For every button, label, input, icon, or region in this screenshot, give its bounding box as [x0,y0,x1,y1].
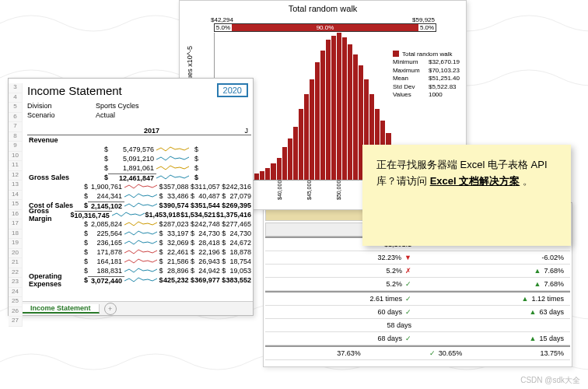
kpi-row: 60 days ✓▲ 63 days [265,306,570,319]
bar [282,147,287,180]
legend-stat: Minimum$32,670.19 [393,58,460,66]
legend-name: Total random walk [402,51,452,58]
row-number: 14 [9,191,23,201]
scenario-value: Actual [96,111,115,119]
tab-income-statement[interactable]: Income Statement [23,304,100,314]
kpi-row: 58 days [265,319,570,332]
kpi-row: 5.2% ✗▲ 7.68% [265,265,570,278]
chart-percentile-bar: 5.0% 90.0% 5.0% [214,23,436,31]
data-row[interactable]: $244,341$33,486$40,487$27,079 [27,191,251,201]
bar [337,33,341,180]
x-tick: $40,000 [277,192,282,200]
data-row[interactable]: $236,165$32,069$28,418$24,672 [27,238,251,247]
seg-right: 5.0% [418,23,436,32]
row-number: 18 [9,230,23,240]
bar [315,62,320,180]
division-value: Sports Cycles [96,102,139,110]
data-row[interactable]: $5,479,576$ [27,145,251,154]
row-number: 11 [9,161,23,171]
row-number: 27 [9,317,23,327]
row-number: 4 [9,93,23,103]
row-number: 12 [9,171,23,181]
bar [260,171,264,180]
watermark: CSDN @sdk大全 [520,375,580,386]
seg-mid: 90.0% [232,23,418,32]
row-number: 5 [9,103,23,113]
data-row[interactable]: $1,891,061$ [27,163,251,173]
bar [320,51,325,180]
bar [342,37,347,180]
legend-swatch [393,51,399,57]
total-row[interactable]: Gross Sales$12,461,847$ [27,173,251,182]
bar [293,127,298,180]
sticky-text-post: 。 [523,175,533,187]
chart-title: Total random walk [180,1,466,16]
bar [304,94,309,180]
bar [326,40,331,180]
row-headers: 3456789101112131415161718192021222324252… [9,83,23,327]
kpi-row: 2.61 times ✓▲ 1.12 times [265,293,570,306]
legend-stat: Std Dev$5,522.83 [393,83,460,91]
add-sheet-button[interactable]: + [104,303,117,315]
row-number: 20 [9,249,23,259]
row-number: 13 [9,180,23,191]
data-row[interactable]: $1,900,761$357,088$311,057$242,316 [27,182,251,191]
bar [288,138,292,180]
row-number: 15 [9,200,23,210]
year-selector[interactable]: 2020 [217,83,248,97]
data-row[interactable]: $171,878$22,461$22,196$18,878 [27,247,251,257]
sheet-title: Income Statement [27,84,122,97]
bar [331,36,336,180]
bar [299,109,303,180]
row-number: 16 [9,210,23,220]
row-number: 22 [9,268,23,279]
year-col: 2017 [105,127,198,135]
data-row[interactable]: $225,564$33,197$24,730$24,730 [27,229,251,238]
row-number: 23 [9,278,23,288]
row-number: 7 [9,122,23,132]
kpi-row: 5.2% ✓▲ 7.68% [265,278,570,291]
bar [353,54,358,180]
kpi-row: 68 days ✓▲ 15 days [265,332,570,345]
sticky-note: 正在寻找服务器端 Excel 电子表格 API 库？请访问 Excel 文档解决… [362,145,571,246]
row-number: 3 [9,83,23,93]
row-number: 25 [9,297,23,307]
bar [254,173,259,180]
data-row[interactable]: $5,091,210$ [27,154,251,163]
row-number: 10 [9,152,23,162]
row-number: 24 [9,288,23,298]
x-tick: $50,000 [336,192,341,200]
bar [348,44,352,180]
bar [277,158,282,180]
group-header: Revenue [27,135,251,145]
legend-stat: Mean$51,251.40 [393,75,460,82]
row-number: 6 [9,113,23,123]
kpi-row: 37.63% ✓ 30.65%13.75% [265,347,570,360]
row-number: 17 [9,219,23,230]
bar [271,163,275,180]
row-number: 26 [9,307,23,317]
bar [310,79,314,180]
row-number: 19 [9,239,23,249]
sticky-link[interactable]: Excel 文档解决方案 [430,175,520,187]
row-number: 9 [9,142,23,152]
year-col2: J [198,127,251,135]
division-label: Division [27,102,72,110]
x-tick: $45,000 [306,192,312,200]
income-statement-sheet[interactable]: 3456789101112131415161718192021222324252… [8,78,254,316]
row-number: 8 [9,132,23,142]
row-number: 21 [9,258,23,268]
total-row[interactable]: Gross Margin$10,316,745$1,453,918$1,534,… [27,210,251,219]
kpi-row: 32.23% ▼ -6.02% [265,251,570,265]
legend-stat: Maximum$70,103.23 [393,67,460,75]
chart-legend: Total random walk Minimum$32,670.19Maxim… [391,49,461,100]
data-row[interactable]: $164,181$21,586$26,943$18,754 [27,257,251,266]
total-row[interactable]: Operating Expenses$3,072,440$425,232$369… [27,275,251,285]
sheet-tabs: Income Statement + [23,301,253,315]
scenario-label: Scenario [27,111,72,119]
seg-left: 5.0% [214,23,232,32]
bar [265,168,270,180]
legend-stat: Values1000 [393,91,460,99]
